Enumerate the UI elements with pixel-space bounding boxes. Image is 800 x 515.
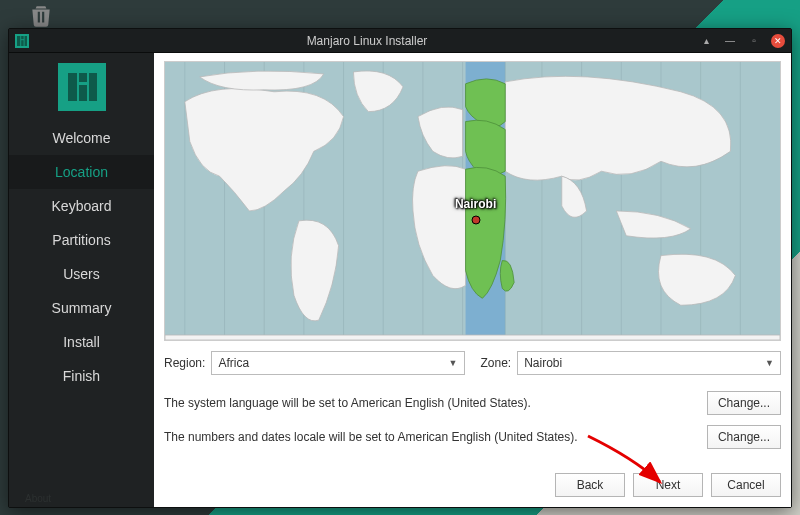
chevron-down-icon: ▼ [765,358,774,368]
nav-welcome[interactable]: Welcome [9,121,154,155]
chevron-down-icon: ▼ [449,358,458,368]
nav-partitions[interactable]: Partitions [9,223,154,257]
svg-rect-2 [21,40,24,46]
close-button[interactable]: ✕ [771,34,785,48]
numbers-text: The numbers and dates locale will be set… [164,430,578,444]
nav-label: Location [55,164,108,180]
footer-buttons: Back Next Cancel [164,463,781,497]
rollup-button[interactable]: ▴ [699,34,713,48]
zone-combobox[interactable]: Nairobi ▼ [517,351,781,375]
installer-window: Manjaro Linux Installer ▴ — ▫ ✕ [8,28,792,508]
app-icon [15,34,29,48]
nav-users[interactable]: Users [9,257,154,291]
svg-rect-3 [25,36,28,46]
zone-value: Nairobi [524,356,562,370]
next-button[interactable]: Next [633,473,703,497]
change-language-button[interactable]: Change... [707,391,781,415]
nav-label: Install [63,334,100,350]
language-text: The system language will be set to Ameri… [164,396,531,410]
back-button[interactable]: Back [555,473,625,497]
nav-summary[interactable]: Summary [9,291,154,325]
nav-label: Partitions [52,232,110,248]
map-pin-dot [471,216,480,225]
language-row: The system language will be set to Ameri… [164,391,781,415]
nav-install[interactable]: Install [9,325,154,359]
cancel-button[interactable]: Cancel [711,473,781,497]
nav-keyboard[interactable]: Keyboard [9,189,154,223]
nav-label: Users [63,266,100,282]
minimize-button[interactable]: — [723,34,737,48]
svg-rect-7 [79,85,87,101]
change-numbers-button[interactable]: Change... [707,425,781,449]
trash-icon[interactable] [28,2,54,24]
nav-label: Keyboard [52,198,112,214]
timezone-map[interactable]: Nairobi [164,61,781,341]
location-selectors: Region: Africa ▼ Zone: Nairobi ▼ [164,351,781,375]
zone-group: Zone: Nairobi ▼ [481,351,782,375]
svg-rect-8 [89,73,97,101]
locale-info: The system language will be set to Ameri… [164,391,781,449]
main-panel: Nairobi Region: Africa ▼ Zone: Nairobi ▼ [154,53,791,507]
nav-finish[interactable]: Finish [9,359,154,393]
region-label: Region: [164,356,205,370]
nav-location[interactable]: Location [9,155,154,189]
logo-box [9,53,154,121]
numbers-row: The numbers and dates locale will be set… [164,425,781,449]
about-link[interactable]: About [25,493,51,504]
window-title: Manjaro Linux Installer [35,34,699,48]
svg-rect-6 [79,73,87,82]
sidebar: Welcome Location Keyboard Partitions Use… [9,53,154,507]
window-body: Welcome Location Keyboard Partitions Use… [9,53,791,507]
svg-rect-5 [68,73,77,101]
svg-rect-1 [21,36,24,39]
nav-label: Summary [52,300,112,316]
region-combobox[interactable]: Africa ▼ [211,351,464,375]
zone-label: Zone: [481,356,512,370]
svg-rect-0 [17,36,20,46]
window-controls: ▴ — ▫ ✕ [699,34,785,48]
region-value: Africa [218,356,249,370]
titlebar: Manjaro Linux Installer ▴ — ▫ ✕ [9,29,791,53]
manjaro-logo [58,63,106,111]
maximize-button[interactable]: ▫ [747,34,761,48]
nav-label: Finish [63,368,100,384]
region-group: Region: Africa ▼ [164,351,465,375]
nav-label: Welcome [52,130,110,146]
